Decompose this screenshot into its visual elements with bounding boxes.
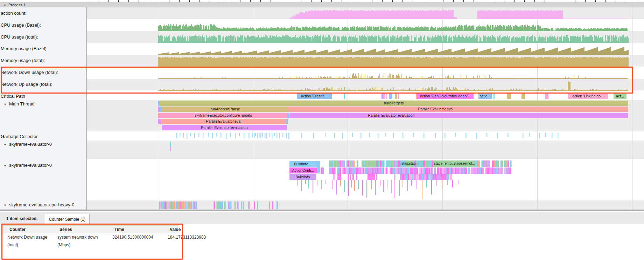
main-thread-slice-1-2[interactable]: runAnalysisPhase [162, 107, 288, 112]
timeline-area: action 'Creatin...action 'GenObjcProtos … [0, 0, 644, 210]
staging-slice-label-1: stage remot... [434, 162, 455, 165]
main-thread-slice-3-1[interactable]: ParallelEvaluator.eval [161, 119, 286, 124]
critical-path-tick-12[interactable] [507, 93, 511, 99]
column-header-counter[interactable]: Counter [9, 227, 26, 232]
main-thread-slice-2-1[interactable]: skyframeExecutor.configureTargets [160, 113, 287, 118]
details-tabbar: 1 item selected. Counter Sample (1) [0, 212, 644, 224]
critical-path-tick-6[interactable] [395, 93, 397, 99]
track-title: skyframe-evaluator-cpu-heavy-0 [9, 202, 74, 207]
table-cell[interactable]: 184.1793113323983 [168, 235, 206, 240]
evaluator-slice-1-label: ActionConti... [289, 167, 317, 173]
main-thread-slice-3-1-label: ParallelEvaluator.eval [161, 119, 286, 124]
sidebar-item-critical-path[interactable]: Critical Path [1, 94, 25, 99]
selection-status: 1 item selected. [6, 216, 37, 221]
critical-path-tick-7[interactable] [398, 93, 399, 99]
critical-path-slice-9[interactable]: action 'GenObjcProtos video/... [417, 93, 474, 99]
track-title: Memory usage (total): [1, 58, 45, 63]
critical-path-tick-2[interactable] [382, 93, 383, 99]
critical-path-slice-15-label: action 'Linking go... [568, 93, 608, 99]
main-thread-slice-4-0[interactable]: Parallel Evaluator evaluation [162, 125, 287, 130]
sidebar-item-skyframe-evaluator-0[interactable]: ▼skyframe-evaluator-0 [0, 142, 52, 147]
sidebar-item-main-thread[interactable]: ▼Main Thread [0, 101, 35, 107]
sidebar-item-skyframe-evaluator-cpu-heavy-0[interactable]: ▼skyframe-evaluator-cpu-heavy-0 [0, 202, 74, 207]
table-cell[interactable]: (total) [7, 242, 18, 247]
table-cell[interactable]: 324190.51300000004 [112, 235, 153, 240]
critical-path-tick-4[interactable] [386, 93, 387, 99]
critical-path-slice-10[interactable]: actio... [478, 93, 492, 99]
track-title: Main Thread [9, 101, 35, 107]
track-title: CPU usage (Bazel): [1, 22, 41, 28]
sidebar-item-memory-usage-total-[interactable]: Memory usage (total): [1, 58, 45, 63]
main-thread-slice-2-3-label: Parallel Evaluator evaluation [368, 113, 414, 118]
critical-path-slice-10-label: actio... [478, 93, 492, 99]
tab-counter-sample[interactable]: Counter Sample (1) [45, 214, 90, 225]
evaluator-slice-2[interactable]: BuildInfo [289, 174, 316, 180]
track-title: Critical Path [1, 94, 25, 99]
track-sidebar: action count:CPU usage (Bazel):CPU usage… [0, 7, 87, 210]
main-thread-slice-0-1-label: buildTargets [384, 101, 404, 106]
trace-viewer: ▼Process 1 action 'Creatin...action 'Gen… [0, 0, 644, 260]
table-cell[interactable]: (Mbps) [57, 242, 70, 247]
expand-arrow-icon[interactable]: ▼ [0, 103, 9, 106]
critical-path-tick-11[interactable] [493, 93, 495, 99]
sidebar-item-network-up-usage-total-[interactable]: Network Up usage (total): [1, 82, 52, 87]
staging-slice-label-2: stage.remot... [454, 162, 475, 165]
main-thread-slice-1-1[interactable] [159, 107, 162, 112]
table-cell[interactable]: Network Down usage [7, 235, 47, 240]
critical-path-slice-15[interactable]: action 'Linking go... [568, 93, 608, 99]
staging-slice-label-0: stag:stag... [401, 162, 419, 165]
track-title: Memory usage (Bazel): [1, 46, 48, 51]
critical-path-tick-14[interactable] [545, 93, 548, 99]
critical-path-tick-3[interactable] [383, 93, 385, 99]
critical-path-slice-16[interactable]: act... [614, 93, 626, 99]
main-thread-slice-1-2-label: runAnalysisPhase [162, 107, 288, 112]
critical-path-tick-5[interactable] [389, 93, 392, 99]
details-panel: 1 item selected. Counter Sample (1) Coun… [0, 210, 644, 260]
main-thread-slice-2-2[interactable] [287, 113, 289, 118]
critical-path-slice-0[interactable]: action 'Creatin... [297, 93, 332, 99]
column-header-series[interactable]: Series [59, 227, 72, 232]
critical-path-tick-13[interactable] [522, 93, 525, 99]
evaluator-slice-0[interactable]: BuildInfo ... [289, 161, 317, 167]
sidebar-item-cpu-usage-total-[interactable]: CPU usage (total): [1, 34, 38, 40]
evaluator-slice-0-label: BuildInfo ... [289, 161, 317, 167]
sidebar-item-network-down-usage-total-[interactable]: Network Down usage (total): [1, 70, 58, 75]
track-title: skyframe-evaluator-0 [9, 142, 52, 147]
main-thread-slice-1-3[interactable]: ParallelEvaluator.eval [288, 107, 628, 112]
sidebar-item-action-count-[interactable]: action count: [1, 11, 27, 16]
main-thread-slice-3-2[interactable] [286, 119, 288, 124]
evaluator-slice-2-label: BuildInfo [289, 174, 316, 180]
critical-path-slice-16-label: act... [614, 93, 626, 99]
main-thread-slice-4-0-label: Parallel Evaluator evaluation [162, 125, 287, 130]
sidebar-item-memory-usage-bazel-[interactable]: Memory usage (Bazel): [1, 46, 48, 51]
critical-path-tick-1[interactable] [344, 93, 345, 99]
main-thread-slice-3-0[interactable] [158, 119, 161, 124]
track-title: skyframe-evaluator-0 [9, 163, 52, 168]
staging-slice-label-0-label: stag:stag... [401, 162, 419, 165]
staging-slice-label-2-label: stage.remot... [454, 162, 475, 165]
sidebar-item-skyframe-evaluator-0[interactable]: ▼skyframe-evaluator-0 [0, 163, 52, 168]
track-title: Network Up usage (total): [1, 82, 52, 87]
main-thread-slice-2-3[interactable]: Parallel Evaluator evaluation [289, 113, 628, 118]
column-header-time[interactable]: Time [114, 227, 124, 232]
track-title: action count: [1, 11, 27, 16]
column-header-value[interactable]: Value [170, 227, 181, 232]
evaluator-slice-1[interactable]: ActionConti... [289, 167, 317, 173]
staging-slice-label-1-label: stage remot... [434, 162, 455, 165]
critical-path-slice-9-label: action 'GenObjcProtos video/... [417, 93, 474, 99]
table-cell[interactable]: system network down [57, 235, 98, 240]
track-title: CPU usage (total): [1, 34, 38, 40]
expand-arrow-icon[interactable]: ▼ [0, 143, 9, 146]
expand-arrow-icon[interactable]: ▼ [0, 164, 9, 167]
track-title: Network Down usage (total): [1, 70, 58, 75]
critical-path-slice-0-label: action 'Creatin... [297, 93, 332, 99]
track-title: Garbage Collector [1, 134, 38, 139]
sidebar-item-cpu-usage-bazel-[interactable]: CPU usage (Bazel): [1, 22, 41, 28]
sidebar-item-garbage-collector[interactable]: Garbage Collector [1, 134, 38, 139]
table-header-row: CounterSeriesTimeValue [2, 225, 179, 233]
expand-arrow-icon[interactable]: ▼ [0, 204, 9, 207]
main-thread-slice-2-1-label: skyframeExecutor.configureTargets [160, 113, 287, 118]
counter-sample-table: CounterSeriesTimeValue Network Down usag… [0, 224, 644, 260]
main-thread-slice-1-3-label: ParallelEvaluator.eval [418, 107, 454, 112]
main-thread-slice-0-1[interactable]: buildTargets [159, 101, 628, 106]
